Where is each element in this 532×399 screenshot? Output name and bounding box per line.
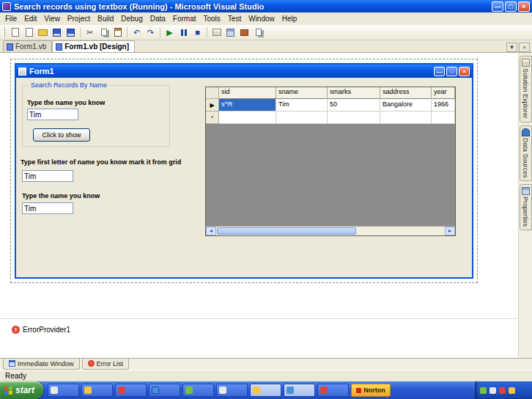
- paste-icon[interactable]: [111, 26, 124, 39]
- column-header-year[interactable]: year: [432, 87, 455, 99]
- start-label: start: [15, 385, 34, 395]
- scrollbar-thumb[interactable]: [217, 227, 356, 235]
- column-header-saddress[interactable]: saddress: [380, 87, 432, 99]
- error-provider-component[interactable]: ! ErrorProvider1: [12, 326, 70, 334]
- break-all-icon[interactable]: [177, 26, 190, 39]
- column-header-smarks[interactable]: smarks: [328, 87, 380, 99]
- object-browser-icon[interactable]: [252, 26, 265, 39]
- grid-horizontal-scrollbar[interactable]: ◄ ►: [206, 226, 455, 235]
- taskbar-button[interactable]: [149, 384, 180, 397]
- menu-format[interactable]: Format: [169, 14, 200, 23]
- new-row-marker[interactable]: *: [206, 111, 219, 124]
- form-close-button[interactable]: ×: [459, 67, 470, 76]
- menu-window[interactable]: Window: [245, 14, 278, 23]
- menu-help[interactable]: Help: [278, 14, 301, 23]
- toolbox-icon[interactable]: [238, 26, 251, 39]
- taskbar-button[interactable]: [182, 384, 214, 397]
- tab-immediate-window[interactable]: Immediate Window: [3, 359, 80, 370]
- column-header-sname[interactable]: sname: [276, 87, 328, 99]
- cell-sname[interactable]: Tim: [276, 99, 328, 111]
- document-tabstrip: Form1.vb Form1.vb [Design] ▼ ×: [0, 40, 532, 53]
- name-textbox[interactable]: [27, 109, 78, 120]
- menu-build[interactable]: Build: [94, 14, 117, 23]
- form-minimize-button[interactable]: —: [434, 67, 445, 76]
- cell-saddress[interactable]: Bangalore: [380, 99, 432, 111]
- tab-solution-explorer[interactable]: Solution Explorer: [520, 56, 532, 122]
- toolbar-grip[interactable]: [3, 27, 5, 37]
- name-label: Type the name you know: [27, 99, 105, 106]
- close-button[interactable]: ×: [518, 1, 530, 12]
- form-maximize-button[interactable]: □: [446, 67, 457, 76]
- redo-icon[interactable]: ↷: [144, 26, 157, 39]
- taskbar-button[interactable]: [284, 384, 315, 397]
- cell-empty[interactable]: [432, 111, 455, 124]
- stop-debug-icon[interactable]: ■: [191, 26, 204, 39]
- save-all-icon[interactable]: [64, 26, 77, 39]
- start-debug-icon[interactable]: ▶: [163, 26, 176, 39]
- cell-year[interactable]: 1966: [432, 99, 455, 111]
- column-header-sid[interactable]: sid: [219, 87, 276, 99]
- cell-empty[interactable]: [276, 111, 328, 124]
- cell-empty[interactable]: [380, 111, 432, 124]
- properties-window-icon[interactable]: [224, 26, 237, 39]
- window-controls: — □ ×: [492, 1, 530, 12]
- copy-icon[interactable]: [97, 26, 110, 39]
- form1-titlebar: Form1 — □ ×: [16, 65, 472, 78]
- solution-explorer-icon[interactable]: [210, 26, 223, 39]
- taskbar-button[interactable]: [317, 384, 349, 397]
- error-provider-icon: !: [12, 326, 20, 334]
- menu-test[interactable]: Test: [224, 14, 245, 23]
- form1-client-area: Search Records By Name Type the name you…: [16, 78, 472, 277]
- taskbar-button[interactable]: [115, 384, 147, 397]
- norton-taskbar-button[interactable]: Norton: [351, 384, 391, 397]
- tab-close-icon[interactable]: ×: [519, 43, 530, 52]
- open-file-icon[interactable]: [37, 26, 49, 39]
- menu-project[interactable]: Project: [64, 14, 94, 23]
- menu-file[interactable]: File: [1, 14, 21, 23]
- form-title: Form1: [29, 67, 54, 76]
- taskbar-button[interactable]: [48, 384, 79, 397]
- add-item-icon[interactable]: [23, 26, 35, 39]
- tray-icon-white[interactable]: [489, 387, 496, 394]
- undo-icon[interactable]: ↶: [130, 26, 143, 39]
- taskbar-button[interactable]: [81, 384, 113, 397]
- maximize-button[interactable]: □: [505, 1, 517, 12]
- cut-icon[interactable]: ✂: [84, 26, 96, 39]
- grid-corner-header[interactable]: [206, 87, 219, 99]
- name2-textbox[interactable]: [22, 202, 73, 214]
- name2-label: Type the name you know: [22, 192, 100, 200]
- tray-icon-red[interactable]: [499, 387, 506, 394]
- start-button[interactable]: start: [0, 381, 43, 399]
- new-project-icon[interactable]: [9, 26, 21, 39]
- tray-icon-yellow[interactable]: [509, 387, 515, 394]
- tab-form1-code[interactable]: Form1.vb: [3, 40, 52, 52]
- current-row-arrow-icon[interactable]: ▶: [206, 99, 219, 111]
- minimize-button[interactable]: —: [492, 1, 503, 12]
- cell-smarks[interactable]: 50: [328, 99, 380, 111]
- grid-hint-textbox[interactable]: [22, 170, 73, 182]
- click-to-show-button[interactable]: Click to show: [33, 128, 90, 142]
- scroll-left-icon[interactable]: ◄: [206, 227, 216, 235]
- cell-empty[interactable]: [328, 111, 380, 124]
- tab-properties[interactable]: Properties: [520, 184, 532, 230]
- taskbar-button[interactable]: [250, 384, 281, 397]
- tab-form1-design[interactable]: Form1.vb [Design]: [52, 40, 135, 52]
- grid-data-row: ▶ s^R Tim 50 Bangalore 1966: [206, 99, 455, 111]
- tray-icon-green[interactable]: [480, 387, 487, 394]
- tab-error-list[interactable]: Error List: [82, 359, 130, 370]
- cell-empty[interactable]: [219, 111, 276, 124]
- menu-tools[interactable]: Tools: [200, 14, 224, 23]
- menu-data[interactable]: Data: [147, 14, 169, 23]
- cell-sid[interactable]: s^R: [219, 99, 276, 111]
- status-text: Ready: [5, 372, 26, 380]
- tab-label: Solution Explorer: [522, 68, 529, 119]
- tab-list-dropdown-icon[interactable]: ▼: [506, 43, 517, 52]
- save-icon[interactable]: [51, 26, 63, 39]
- grid-hint-label: Type first letter of name you know mark …: [21, 158, 181, 166]
- menu-edit[interactable]: Edit: [21, 14, 40, 23]
- tab-data-sources[interactable]: Data Sources: [520, 125, 532, 182]
- taskbar-button[interactable]: [216, 384, 248, 397]
- scroll-right-icon[interactable]: ►: [445, 227, 455, 235]
- menu-view[interactable]: View: [40, 14, 64, 23]
- menu-debug[interactable]: Debug: [117, 14, 146, 23]
